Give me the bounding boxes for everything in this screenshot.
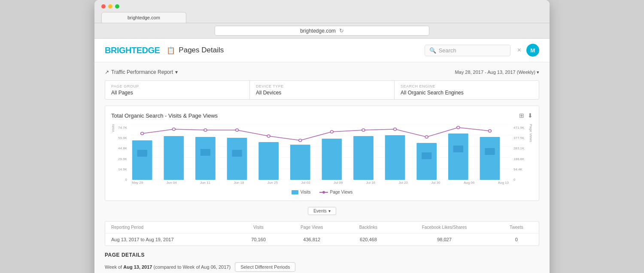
y-right-4: 94.4K <box>513 167 522 171</box>
comparison-label: (compared to Week of Aug 06, 2017) <box>154 264 231 270</box>
chart-wrapper: Visits 74.7K 59.9K 44.8K 29.9K 14.9K 0 <box>111 124 533 186</box>
y-left-0: 74.7K <box>118 126 127 130</box>
cell-visits: 70,160 <box>235 234 282 246</box>
header-right: × M <box>517 44 539 57</box>
x-label-0: May 29 <box>132 181 143 186</box>
close-icon[interactable]: × <box>517 46 521 54</box>
events-bar: Events ▾ <box>105 207 539 215</box>
y-right-1: 377.5K <box>513 136 524 140</box>
dot-yellow[interactable] <box>108 4 112 9</box>
filter-search-engine-label: SEARCH ENGINE <box>401 84 533 88</box>
report-dropdown-icon[interactable]: ▾ <box>175 69 178 75</box>
app-header: BRIGHTEDGE 📋 Pages Details 🔍 Search × M <box>94 39 550 62</box>
y-left-4: 14.9K <box>118 167 127 171</box>
cell-facebook: 98,027 <box>395 234 494 246</box>
report-icon: ↗ <box>105 69 109 75</box>
svg-rect-18 <box>416 143 437 180</box>
col-tweets: Tweets <box>494 221 539 234</box>
y-left-5: 0 <box>125 178 127 182</box>
svg-rect-10 <box>200 149 210 156</box>
x-label-1: Jun 04 <box>167 181 177 186</box>
y-left-2: 44.8K <box>118 146 127 150</box>
x-label-2: Jun 11 <box>200 181 210 186</box>
svg-point-25 <box>172 128 175 130</box>
svg-point-29 <box>299 139 302 142</box>
y-left-3: 29.9K <box>118 157 127 161</box>
data-table: Reporting Period Visits Page Views Backl… <box>105 221 539 246</box>
filter-page-group-value: All Pages <box>111 90 243 96</box>
y-axis-right-label: Page Views <box>529 124 533 142</box>
select-periods-button[interactable]: Select Different Periods <box>235 262 295 272</box>
col-facebook: Facebook Likes/Shares <box>395 221 494 234</box>
events-button[interactable]: Events ▾ <box>308 207 336 215</box>
chart-svg <box>130 124 511 180</box>
report-header: ↗ Traffic Performance Report ▾ May 28, 2… <box>105 69 539 75</box>
chart-table-icon[interactable]: ⊞ <box>519 112 524 119</box>
report-title-area: ↗ Traffic Performance Report ▾ <box>105 69 178 75</box>
filter-device-type[interactable]: DEVICE TYPE All Devices <box>250 81 395 99</box>
browser-tab-bar: brightedge.com <box>101 12 543 23</box>
y-axis-left-label: Visits <box>111 124 115 132</box>
svg-rect-9 <box>195 137 216 180</box>
filter-search-engine-value: All Organic Search Engines <box>401 90 533 96</box>
date-range[interactable]: May 28, 2017 - Aug 13, 2017 (Weekly) ▾ <box>455 70 539 75</box>
x-label-10: Aug 06 <box>464 181 474 186</box>
chart-download-icon[interactable]: ⬇ <box>528 112 533 119</box>
y-right-label-container: Page Views <box>528 124 533 142</box>
legend-visits: Visits <box>292 190 311 194</box>
table-body: Aug 13, 2017 to Aug 19, 2017 70,160 436,… <box>105 234 539 246</box>
chart-actions: ⊞ ⬇ <box>519 112 533 119</box>
filter-device-type-label: DEVICE TYPE <box>256 84 388 88</box>
y-axis-right: 471.9K 377.5K 283.1K 188.8K 94.4K 0 <box>511 126 527 182</box>
page-title: Pages Details <box>179 46 224 55</box>
y-right-5: 0 <box>513 178 515 182</box>
cell-backlinks: 620,468 <box>342 234 395 246</box>
user-avatar[interactable]: M <box>526 44 539 57</box>
svg-rect-19 <box>422 152 431 159</box>
svg-point-33 <box>425 136 428 138</box>
legend-visits-label: Visits <box>301 190 311 194</box>
legend-bar-visits <box>292 190 298 194</box>
page-details-section: PAGE DETAILS Week of Aug 13, 2017 (compa… <box>105 252 539 272</box>
date-range-text: May 28, 2017 - Aug 13, 2017 (Weekly) <box>455 70 535 75</box>
x-label-11: Aug 13 <box>498 181 509 186</box>
dot-red[interactable] <box>101 4 106 9</box>
svg-point-28 <box>267 135 270 137</box>
pages-icon: 📋 <box>167 46 175 55</box>
filter-page-group[interactable]: PAGE GROUP All Pages <box>105 81 250 99</box>
search-placeholder: Search <box>439 47 456 54</box>
dot-green[interactable] <box>115 4 119 9</box>
svg-rect-12 <box>232 150 242 157</box>
svg-point-34 <box>457 126 460 129</box>
legend-dot-pageviews <box>322 191 325 194</box>
date-dropdown-icon[interactable]: ▾ <box>537 70 539 75</box>
y-axis-left: 74.7K 59.9K 44.8K 29.9K 14.9K 0 <box>117 126 130 182</box>
browser-chrome: brightedge.com <box>94 0 550 23</box>
x-label-6: Jul 09 <box>334 181 343 186</box>
svg-point-32 <box>394 128 397 130</box>
x-label-9: Jul 30 <box>431 181 440 186</box>
address-bar[interactable]: brightedge.com ↻ <box>215 26 429 36</box>
week-label-text: Week of <box>105 264 123 270</box>
tab-label: brightedge.com <box>128 15 160 20</box>
filter-page-group-label: PAGE GROUP <box>111 84 243 88</box>
svg-point-30 <box>330 130 333 133</box>
page-details-heading: PAGE DETAILS <box>105 252 539 258</box>
browser-dots <box>101 4 543 9</box>
week-selector: Week of Aug 13, 2017 (compared to Week o… <box>105 262 539 272</box>
col-reporting-period: Reporting Period <box>105 221 235 234</box>
cell-tweets: 0 <box>494 234 539 246</box>
header-search[interactable]: 🔍 Search <box>425 45 510 56</box>
svg-point-35 <box>488 130 491 132</box>
table-row: Aug 13, 2017 to Aug 19, 2017 70,160 436,… <box>105 234 539 246</box>
filter-search-engine[interactable]: SEARCH ENGINE All Organic Search Engines <box>395 81 539 99</box>
refresh-icon[interactable]: ↻ <box>339 27 344 34</box>
browser-tab[interactable]: brightedge.com <box>101 12 186 23</box>
x-label-7: Jul 16 <box>366 181 375 186</box>
week-strong: Aug 13, 2017 <box>123 264 152 270</box>
svg-rect-8 <box>164 136 184 180</box>
legend-page-views: Page Views <box>319 190 353 194</box>
app-content: BRIGHTEDGE 📋 Pages Details 🔍 Search × M … <box>94 39 550 273</box>
y-right-2: 283.1K <box>513 146 524 150</box>
logo: BRIGHTEDGE <box>105 46 160 55</box>
